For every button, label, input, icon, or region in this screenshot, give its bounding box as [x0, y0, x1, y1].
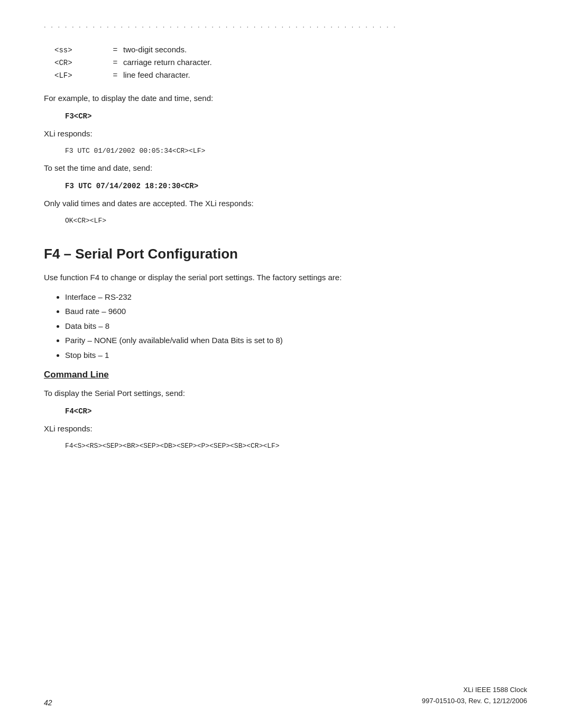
f4-intro-text: Use function F4 to change or display the… [44, 272, 527, 284]
list-item: Stop bits – 1 [65, 349, 527, 362]
f3-set-time-command: F3 UTC 07/14/2002 18:20:30<CR> [65, 182, 527, 190]
f4-bullet-list: Interface – RS-232 Baud rate – 9600 Data… [65, 291, 527, 362]
footer-doc-info: XLi IEEE 1588 Clock 997-01510-03, Rev. C… [422, 685, 527, 707]
footer-doc-title: XLi IEEE 1588 Clock [422, 685, 527, 696]
def-row-lf: <LF> = line feed character. [54, 70, 527, 80]
f3-valid-times-text: Only valid times and dates are accepted.… [44, 198, 527, 210]
command-line-heading: Command Line [44, 370, 527, 380]
def-desc-lf: line feed character. [123, 70, 190, 79]
f3-set-time-text: To set the time and date, send: [44, 162, 527, 174]
def-eq-cr: = [107, 58, 123, 67]
page-number: 42 [44, 698, 52, 707]
list-item: Interface – RS-232 [65, 291, 527, 303]
def-term-cr: <CR> [54, 59, 107, 67]
def-row-ss: <ss> = two-digit seconds. [54, 45, 527, 54]
f4-command-send: F4<CR> [65, 407, 527, 416]
f3-responds-label: XLi responds: [44, 128, 527, 140]
def-term-ss: <ss> [54, 46, 107, 54]
f4-display-text: To display the Serial Port settings, sen… [44, 388, 527, 400]
list-item: Parity – NONE (only available/valid when… [65, 335, 527, 347]
list-item: Baud rate – 9600 [65, 306, 527, 318]
definitions-table: <ss> = two-digit seconds. <CR> = carriag… [54, 45, 527, 80]
def-row-cr: <CR> = carriage return character. [54, 58, 527, 67]
page-content: . . . . . . . . . . . . . . . . . . . . … [0, 0, 571, 728]
def-eq-ss: = [107, 45, 123, 54]
dotted-separator: . . . . . . . . . . . . . . . . . . . . … [44, 21, 527, 29]
page-footer: 42 XLi IEEE 1588 Clock 997-01510-03, Rev… [44, 685, 527, 707]
f4-section-heading: F4 – Serial Port Configuration [44, 246, 527, 262]
def-eq-lf: = [107, 70, 123, 79]
f4-responds-label: XLi responds: [44, 423, 527, 435]
f3-command-send: F3<CR> [65, 112, 527, 121]
list-item: Data bits – 8 [65, 320, 527, 333]
footer-doc-ref: 997-01510-03, Rev. C, 12/12/2006 [422, 696, 527, 707]
f3-intro-text: For example, to display the date and tim… [44, 93, 527, 105]
f3-ok-response: OK<CR><LF> [65, 217, 527, 225]
def-desc-cr: carriage return character. [123, 58, 212, 67]
def-term-lf: <LF> [54, 71, 107, 80]
f4-response-value: F4<S><RS><SEP><BR><SEP><DB><SEP><P><SEP>… [65, 442, 527, 450]
def-desc-ss: two-digit seconds. [123, 45, 187, 54]
f3-response-value: F3 UTC 01/01/2002 00:05:34<CR><LF> [65, 147, 527, 155]
